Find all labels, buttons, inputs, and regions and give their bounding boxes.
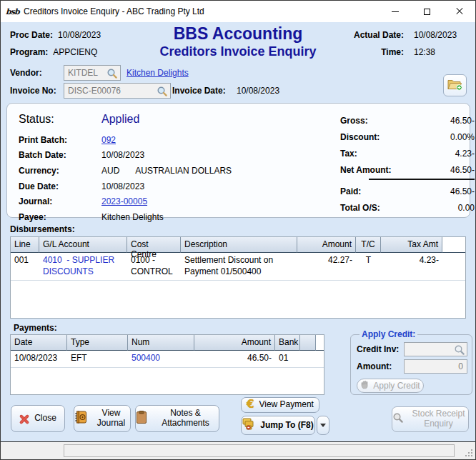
view-journal-button[interactable]: View Journal (74, 405, 131, 432)
vendor-input[interactable]: KITDEL (64, 65, 121, 81)
credit-inv-label: Credit Inv: (357, 344, 404, 354)
apply-credit-group: Apply Credit: Credit Inv: Amount: 0 (350, 329, 472, 395)
apply-amount-input[interactable]: 0 (404, 359, 467, 374)
folder-add-icon (447, 79, 462, 93)
col-header-pay-extra (300, 335, 316, 351)
magnifier-grey-icon (392, 412, 404, 426)
payment-num-link[interactable]: 500400 (128, 351, 194, 367)
col-header-pay-filler (316, 335, 324, 351)
close-button-label: Close (34, 414, 56, 424)
actual-date-value: 10/08/2023 (414, 26, 468, 44)
actual-date-label: Actual Date: (354, 26, 404, 44)
currency-label: Currency: (19, 166, 101, 176)
payee-label: Payee: (19, 212, 101, 222)
journal-icon (74, 411, 87, 426)
payee-value: Kitchen Delights (101, 212, 164, 222)
total-os-value: 0.00 (458, 203, 475, 213)
search-icon[interactable] (157, 86, 168, 99)
payment-amount: 46.50- (194, 351, 275, 367)
net-amount-value: 46.50- (450, 165, 475, 175)
window-title: Creditors Invoice Enquiry - ABC Trading … (24, 6, 379, 16)
disb-amount: 42.27- (297, 253, 356, 280)
discount-value: 0.00% (450, 132, 475, 142)
tax-label: Tax: (340, 149, 357, 159)
journal-link[interactable]: 2023-00005 (101, 196, 147, 206)
apply-credit-button[interactable]: Apply Credit (357, 379, 424, 393)
minimize-button[interactable] (379, 1, 411, 22)
status-label: Status: (19, 113, 101, 126)
col-header-bank[interactable]: Bank (275, 335, 300, 351)
due-date-label: Due Date: (19, 181, 101, 191)
status-panel-totals: Gross:46.50- Discount:0.00% Tax:4.23- Ne… (340, 112, 475, 216)
add-attachment-button[interactable] (443, 74, 467, 96)
invoice-no-value: DISC-E00076 (68, 86, 121, 96)
view-payment-button[interactable]: View Payment (241, 397, 319, 413)
discount-label: Discount: (340, 132, 380, 142)
stock-receipt-enquiry-label: Stock Receipt Enquiry (409, 409, 468, 429)
apply-credit-button-label: Apply Credit (373, 381, 420, 391)
disb-description: Settlement Discount on Payment 01/500400 (181, 253, 297, 280)
search-icon[interactable] (454, 344, 465, 358)
notes-attachments-button[interactable]: Notes & Attachments (135, 405, 219, 432)
vendor-code-value: KITDEL (68, 68, 98, 78)
header-right: Actual Date: 10/08/2023 Time: 12:38 (354, 26, 468, 61)
disb-gl-account-link[interactable]: 4010 - SUPPLIER DISCOUNTS (39, 253, 127, 280)
payment-row[interactable]: 10/08/2023 EFT 500400 46.50- 01 (11, 351, 324, 368)
invoice-no-label: Invoice No: (10, 86, 56, 96)
stock-receipt-enquiry-button[interactable]: Stock Receipt Enquiry (392, 406, 469, 432)
journal-label: Journal: (19, 196, 101, 206)
vendor-name-link[interactable]: Kitchen Delights (127, 68, 189, 78)
col-header-type[interactable]: Type (67, 335, 128, 351)
col-header-description[interactable]: Description (181, 237, 297, 253)
col-header-pay-amount[interactable]: Amount (194, 335, 275, 351)
close-window-button[interactable] (443, 1, 475, 22)
batch-date-label: Batch Date: (19, 150, 101, 160)
col-header-num[interactable]: Num (128, 335, 194, 351)
col-header-tc[interactable]: T/C (356, 237, 381, 253)
chevron-down-icon (320, 424, 326, 427)
col-header-gl-account[interactable]: G/L Account (39, 237, 127, 253)
disbursement-row[interactable]: 001 4010 - SUPPLIER DISCOUNTS 0100 - CON… (11, 253, 465, 281)
payment-date: 10/08/2023 (11, 351, 67, 367)
payments-header-row: Date Type Num Amount Bank (11, 335, 324, 351)
col-header-line[interactable]: Line (11, 237, 39, 253)
maximize-button[interactable] (411, 1, 443, 22)
col-header-cost-centre[interactable]: Cost Centre (127, 237, 181, 253)
status-bar (1, 442, 475, 459)
credit-inv-input[interactable] (404, 342, 467, 356)
currency-name: AUSTRALIAN DOLLARS (135, 166, 232, 176)
invoice-date-value: 10/08/2023 (237, 86, 279, 96)
jump-to-label: Jump To (F8) (260, 421, 313, 431)
close-x-icon (19, 414, 29, 424)
jump-to-dropdown-button[interactable] (317, 416, 329, 435)
close-button[interactable]: Close (11, 405, 65, 432)
notes-attachments-label: Notes & Attachments (152, 409, 219, 429)
resize-grip-icon[interactable] (465, 449, 472, 456)
hand-icon (360, 380, 370, 391)
invoice-no-input[interactable]: DISC-E00076 (64, 83, 171, 99)
app-logo-icon: bsb (6, 7, 20, 16)
search-icon[interactable] (106, 68, 118, 81)
app-window: bsb Creditors Invoice Enquiry - ABC Trad… (0, 0, 476, 460)
invoice-status-panel: Status: Applied Print Batch:092 Batch Da… (6, 103, 470, 218)
payment-type: EFT (67, 351, 128, 367)
maximize-icon (424, 9, 430, 15)
col-header-tax-amt[interactable]: Tax Amt (381, 237, 442, 253)
print-batch-link[interactable]: 092 (101, 135, 116, 145)
due-date-value: 10/08/2023 (101, 181, 144, 191)
tax-value: 4.23- (455, 149, 475, 159)
col-header-date[interactable]: Date (11, 335, 67, 351)
status-panel-left: Status: Applied Print Batch:092 Batch Da… (19, 109, 254, 225)
view-journal-label: View Journal (92, 409, 130, 429)
net-amount-label: Net Amount: (340, 165, 392, 175)
view-payment-label: View Payment (259, 400, 313, 410)
print-batch-label: Print Batch: (19, 135, 101, 145)
time-label: Time: (354, 44, 404, 61)
notes-icon (136, 411, 147, 427)
col-header-amount[interactable]: Amount (297, 237, 356, 253)
euro-coin-icon (247, 399, 254, 411)
minimize-icon (392, 11, 399, 12)
jump-to-button[interactable]: Jump To (F8) (241, 416, 315, 435)
apply-credit-title: Apply Credit: (360, 329, 417, 339)
gross-value: 46.50- (450, 116, 475, 126)
